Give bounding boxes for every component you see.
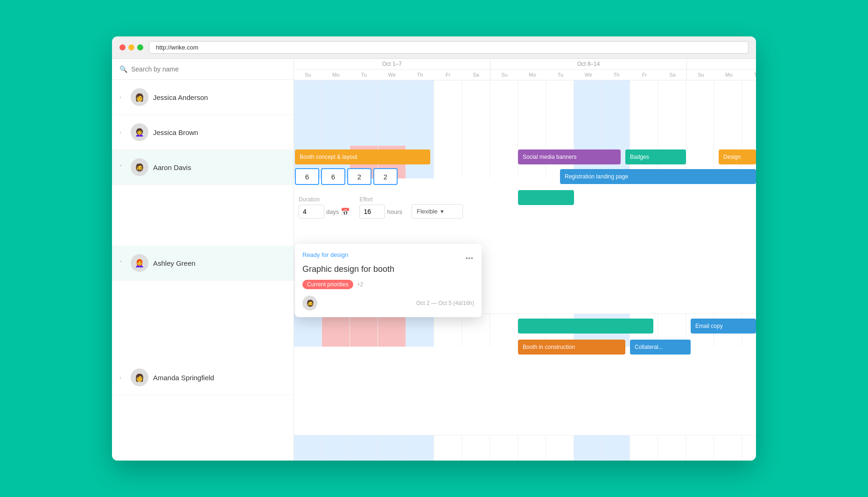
week-group-oct8: Oct 8–14 Su Mo Tu We Th Fr Sa bbox=[490, 59, 687, 80]
task-status-section: Ready for design ••• bbox=[295, 244, 482, 262]
week-group-oct15: Su Mo Tu bbox=[687, 59, 756, 80]
task-footer: 🧔 Oct 2 — Oct 5 (4d/16h) bbox=[295, 292, 482, 317]
effort-input-row: hours bbox=[359, 205, 402, 219]
day-headers: Su Mo Tu bbox=[687, 70, 756, 80]
calendar-header: Oct 1–7 Su Mo Tu We Th Fr Sa Oct 8–14 bbox=[294, 59, 756, 80]
assignee-avatar: 🧔 bbox=[302, 296, 317, 311]
week-group-oct1: Oct 1–7 Su Mo Tu We Th Fr Sa bbox=[294, 59, 490, 80]
day-header: Sa bbox=[658, 70, 686, 80]
popup-container: Ready for design ••• Graphic design for … bbox=[295, 244, 482, 317]
maximize-button[interactable] bbox=[137, 44, 143, 50]
day-header: Mo bbox=[322, 70, 350, 80]
day-inputs: 6 6 2 2 bbox=[295, 168, 398, 185]
effort-group: Effort hours bbox=[359, 196, 402, 219]
week-label: Oct 1–7 bbox=[294, 59, 490, 70]
chevron-down-icon: ˅ bbox=[119, 260, 126, 266]
day-header: We bbox=[574, 70, 602, 80]
day-header: Su bbox=[687, 70, 715, 80]
day-header: Th bbox=[602, 70, 630, 80]
browser-bar: http://wrike.com bbox=[112, 36, 756, 59]
sidebar-item-jessica-anderson[interactable]: › 👩 Jessica Anderson bbox=[112, 80, 294, 115]
avatar: 👩‍🦰 bbox=[131, 254, 148, 272]
task-bar-collateral[interactable]: Collateral... bbox=[630, 340, 691, 355]
schedule-value: Flexible bbox=[417, 208, 438, 215]
avatar: 👩 bbox=[131, 369, 148, 386]
task-bar-booth-concept[interactable]: Booth concept & layout bbox=[295, 149, 430, 164]
task-bar-design[interactable]: Design bbox=[719, 149, 756, 164]
day-header: Mo bbox=[518, 70, 546, 80]
tag-current-priorities[interactable]: Current priorities bbox=[302, 280, 353, 289]
app-content: 🔍 › 👩 Jessica Anderson › 👩‍🦱 Jessica Bro… bbox=[112, 59, 756, 461]
close-button[interactable] bbox=[119, 44, 126, 50]
person-name: Ashley Green bbox=[153, 259, 196, 267]
day-header: Tu bbox=[350, 70, 378, 80]
day-input-3[interactable]: 2 bbox=[347, 168, 371, 185]
task-bar-teal-long[interactable] bbox=[518, 319, 653, 334]
task-bar-badges[interactable]: Badges bbox=[625, 149, 686, 164]
chevron-right-icon: › bbox=[119, 129, 126, 135]
day-header: Su bbox=[294, 70, 322, 80]
schedule-select[interactable]: Flexible ▾ bbox=[412, 204, 463, 219]
more-options-button[interactable]: ••• bbox=[462, 252, 477, 264]
person-name: Jessica Brown bbox=[153, 128, 198, 136]
sidebar-item-amanda-springfield[interactable]: › 👩 Amanda Springfield bbox=[112, 360, 294, 395]
chevron-right-icon: › bbox=[119, 375, 126, 380]
day-header: Th bbox=[406, 70, 434, 80]
effort-label: Effort bbox=[359, 196, 402, 203]
calendar-icon: 📅 bbox=[341, 207, 350, 216]
duration-group: Duration days 📅 bbox=[299, 196, 350, 219]
sidebar-item-jessica-brown[interactable]: › 👩‍🦱 Jessica Brown bbox=[112, 115, 294, 150]
chevron-right-icon: › bbox=[119, 94, 126, 100]
chevron-down-icon: ˅ bbox=[119, 164, 126, 170]
effort-input[interactable] bbox=[359, 205, 385, 219]
calendar-area: Oct 1–7 Su Mo Tu We Th Fr Sa Oct 8–14 bbox=[294, 59, 756, 461]
popup-card: Ready for design ••• Graphic design for … bbox=[295, 244, 482, 317]
day-input-1[interactable]: 6 bbox=[295, 168, 319, 185]
day-headers: Su Mo Tu We Th Fr Sa bbox=[490, 70, 686, 80]
task-bar-email-copy[interactable]: Email copy bbox=[691, 319, 756, 334]
day-input-2[interactable]: 6 bbox=[321, 168, 345, 185]
browser-window: http://wrike.com 🔍 › 👩 Jessica Anderson … bbox=[112, 36, 756, 461]
duration-input[interactable] bbox=[299, 205, 324, 219]
url-bar[interactable]: http://wrike.com bbox=[149, 41, 749, 54]
tag-more[interactable]: +2 bbox=[357, 281, 364, 288]
task-bar-social-media[interactable]: Social media banners bbox=[518, 149, 621, 164]
day-headers: Su Mo Tu We Th Fr Sa bbox=[294, 70, 490, 80]
avatar: 👩‍🦱 bbox=[131, 123, 148, 141]
person-name: Jessica Anderson bbox=[153, 93, 208, 101]
task-status-label[interactable]: Ready for design bbox=[302, 251, 348, 258]
sidebar-item-ashley-green[interactable]: ˅ 👩‍🦰 Ashley Green bbox=[112, 246, 294, 281]
sidebar: 🔍 › 👩 Jessica Anderson › 👩‍🦱 Jessica Bro… bbox=[112, 59, 294, 461]
duration-input-row: days 📅 bbox=[299, 205, 350, 219]
search-icon: 🔍 bbox=[119, 65, 127, 73]
person-name: Aaron Davis bbox=[153, 163, 191, 171]
duration-effort-section: Duration days 📅 Effort hours bbox=[295, 192, 467, 222]
task-date-range: Oct 2 — Oct 5 (4d/16h) bbox=[416, 300, 474, 306]
task-bar-registration[interactable]: Registration landing page bbox=[560, 169, 756, 184]
search-input[interactable] bbox=[131, 65, 286, 73]
task-bar-booth-construction[interactable]: Booth in construction bbox=[518, 340, 625, 355]
sidebar-item-aaron-davis[interactable]: ˅ 🧔 Aaron Davis bbox=[112, 150, 294, 185]
day-header: Su bbox=[490, 70, 518, 80]
task-bar-teal-short[interactable] bbox=[518, 190, 574, 205]
traffic-lights bbox=[119, 44, 143, 50]
day-header: Mo bbox=[715, 70, 743, 80]
effort-unit: hours bbox=[387, 208, 402, 215]
avatar: 🧔 bbox=[131, 158, 148, 176]
day-header: Fr bbox=[434, 70, 462, 80]
duration-label: Duration bbox=[299, 196, 350, 203]
dropdown-icon: ▾ bbox=[441, 208, 444, 215]
week-label: Oct 8–14 bbox=[490, 59, 686, 70]
day-header: Tu bbox=[743, 70, 756, 80]
person-name: Amanda Springfield bbox=[153, 374, 214, 382]
day-header: Sa bbox=[462, 70, 490, 80]
day-header: Fr bbox=[630, 70, 658, 80]
week-label bbox=[687, 59, 756, 70]
duration-unit: days bbox=[326, 208, 339, 215]
minimize-button[interactable] bbox=[128, 44, 134, 50]
avatar: 👩 bbox=[131, 88, 148, 106]
search-box: 🔍 bbox=[112, 59, 294, 80]
day-header: We bbox=[378, 70, 406, 80]
task-title: Graphic design for booth bbox=[295, 262, 482, 277]
day-input-4[interactable]: 2 bbox=[373, 168, 398, 185]
